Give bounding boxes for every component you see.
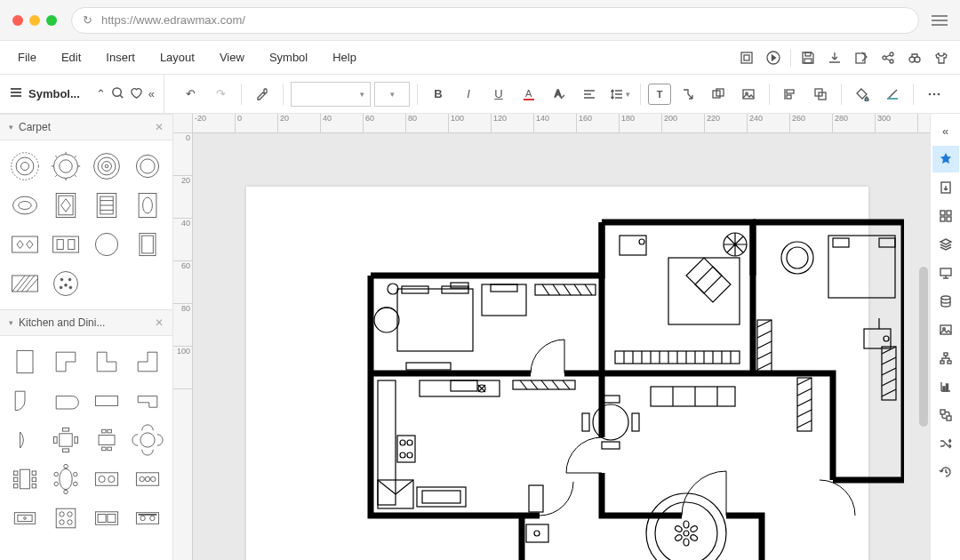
- download-icon[interactable]: [821, 44, 848, 71]
- font-family-select[interactable]: ▾: [291, 82, 371, 107]
- align-icon[interactable]: [576, 81, 603, 108]
- line-spacing-icon[interactable]: ▾: [606, 81, 633, 108]
- url-bar[interactable]: ↻ https://www.edrawmax.com/: [71, 7, 919, 34]
- history-panel-icon[interactable]: [932, 459, 959, 485]
- counter-l-1[interactable]: [48, 345, 84, 379]
- collapse-left-icon[interactable]: «: [148, 87, 155, 100]
- menu-insert[interactable]: Insert: [93, 45, 148, 69]
- chevron-up-icon[interactable]: ⌃: [96, 87, 106, 100]
- grid-panel-icon[interactable]: [932, 203, 959, 229]
- text-box-icon[interactable]: T: [648, 84, 671, 105]
- carpet-dots[interactable]: [48, 267, 84, 300]
- search-icon[interactable]: [111, 86, 124, 102]
- counter-short[interactable]: [89, 384, 124, 418]
- carpet-rect-oval[interactable]: [130, 188, 165, 222]
- carpet-runner-squares[interactable]: [48, 228, 84, 261]
- counter-straight[interactable]: [7, 345, 43, 379]
- sink-single[interactable]: [7, 501, 43, 535]
- table-rect-4[interactable]: [89, 423, 124, 457]
- clear-format-icon[interactable]: A: [546, 81, 572, 108]
- counter-corner[interactable]: [130, 384, 165, 418]
- image-icon[interactable]: [735, 81, 762, 108]
- undo-icon[interactable]: ↶: [177, 81, 204, 108]
- table-square-4[interactable]: [48, 423, 84, 457]
- shape-icon[interactable]: [705, 81, 732, 108]
- italic-icon[interactable]: I: [455, 81, 482, 108]
- close-window-icon[interactable]: [12, 15, 23, 26]
- carpet-hatch[interactable]: [7, 267, 43, 300]
- table-oval-6[interactable]: [48, 462, 84, 496]
- carpet-rect-plain[interactable]: [130, 228, 165, 261]
- tree-panel-icon[interactable]: [932, 345, 959, 372]
- bold-icon[interactable]: B: [425, 81, 452, 108]
- carpet-circle-small[interactable]: [130, 149, 165, 183]
- carpet-gear[interactable]: [48, 149, 84, 183]
- page[interactable]: [246, 187, 868, 560]
- floorplan-drawing[interactable]: [335, 213, 904, 560]
- underline-icon[interactable]: U: [485, 81, 512, 108]
- close-icon[interactable]: ✕: [155, 121, 164, 133]
- play-icon[interactable]: [760, 44, 787, 71]
- share-icon[interactable]: [875, 44, 901, 71]
- menu-symbol[interactable]: Symbol: [257, 45, 320, 69]
- redo-icon[interactable]: ↷: [207, 81, 234, 108]
- counter-round-end[interactable]: [48, 384, 84, 418]
- carpet-oval[interactable]: [7, 188, 43, 222]
- carpet-runner-diamond[interactable]: [7, 228, 43, 261]
- export-icon[interactable]: [848, 44, 875, 71]
- presentation-panel-icon[interactable]: [932, 260, 959, 286]
- carpet-spiral[interactable]: [89, 149, 124, 183]
- export-panel-icon[interactable]: [932, 174, 959, 201]
- carpet-rect-diamond[interactable]: [48, 188, 84, 222]
- shuffle-panel-icon[interactable]: [932, 430, 959, 457]
- library-icon[interactable]: [9, 85, 23, 102]
- table-half-round[interactable]: [7, 423, 43, 457]
- scrollbar-vertical[interactable]: [919, 267, 928, 427]
- menu-edit[interactable]: Edit: [49, 45, 93, 69]
- table-long-6[interactable]: [7, 462, 43, 496]
- carpet-circle-plain[interactable]: [89, 228, 124, 261]
- group-icon[interactable]: [807, 81, 834, 108]
- panel-kitchen-header[interactable]: ▾ Kitchen and Dini... ✕: [0, 309, 172, 336]
- counter-l-2[interactable]: [89, 345, 124, 379]
- layers-panel-icon[interactable]: [932, 231, 959, 258]
- close-icon[interactable]: ✕: [155, 316, 164, 329]
- minimize-window-icon[interactable]: [29, 15, 40, 26]
- format-brush-icon[interactable]: [249, 81, 276, 108]
- menu-file[interactable]: File: [5, 45, 49, 69]
- counter-l-3[interactable]: [130, 345, 165, 379]
- reload-icon[interactable]: ↻: [83, 13, 92, 27]
- stove-4burner[interactable]: [48, 501, 84, 535]
- align-objects-icon[interactable]: [777, 81, 804, 108]
- font-color-icon[interactable]: A: [516, 81, 542, 108]
- chart-panel-icon[interactable]: [932, 373, 959, 400]
- fit-page-icon[interactable]: [733, 44, 760, 71]
- menu-layout[interactable]: Layout: [148, 45, 207, 69]
- cooktop-flat[interactable]: [130, 501, 165, 535]
- stove-top-1[interactable]: [89, 462, 124, 496]
- counter-curve[interactable]: [7, 384, 43, 418]
- more-icon[interactable]: [921, 81, 948, 108]
- line-style-icon[interactable]: [879, 81, 906, 108]
- maximize-window-icon[interactable]: [46, 15, 57, 26]
- panel-carpet-header[interactable]: ▾ Carpet ✕: [0, 114, 172, 140]
- style-panel-icon[interactable]: [932, 146, 959, 172]
- heart-icon[interactable]: [130, 86, 143, 102]
- binoculars-icon[interactable]: [901, 44, 928, 71]
- expand-right-icon[interactable]: «: [932, 117, 959, 144]
- navigator-panel-icon[interactable]: [932, 402, 959, 428]
- save-icon[interactable]: [795, 44, 821, 71]
- image-panel-icon[interactable]: [932, 316, 959, 343]
- carpet-round-fancy[interactable]: [7, 149, 43, 183]
- carpet-rect-lines[interactable]: [89, 188, 124, 222]
- data-panel-icon[interactable]: [932, 288, 959, 315]
- menu-help[interactable]: Help: [320, 45, 369, 69]
- fill-icon[interactable]: [849, 81, 876, 108]
- sink-double[interactable]: [89, 501, 124, 535]
- browser-menu-icon[interactable]: [932, 15, 948, 26]
- canvas[interactable]: [193, 133, 930, 560]
- font-size-select[interactable]: ▾: [374, 82, 410, 107]
- table-round-4[interactable]: [130, 423, 165, 457]
- connector-icon[interactable]: [675, 81, 701, 108]
- tshirt-icon[interactable]: [928, 44, 955, 71]
